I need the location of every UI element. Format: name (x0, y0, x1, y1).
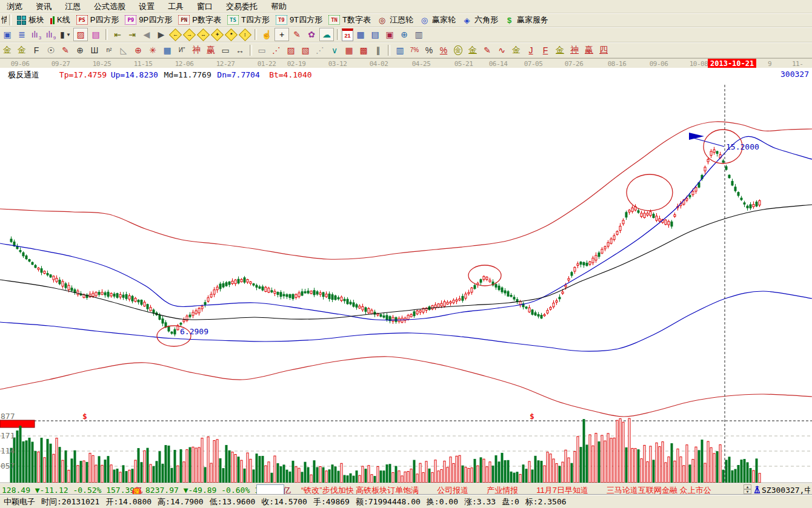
notes-icon[interactable]: ▤ (368, 28, 382, 41)
winner-service-button[interactable]: $赢家服务 (504, 15, 548, 25)
gann-gold-icon[interactable]: 金 (1, 44, 14, 56)
cloud-brain-icon[interactable]: ☁ (319, 28, 334, 41)
gold-circle-icon[interactable]: 金 (451, 44, 465, 56)
parallel-icon[interactable]: ∥ (371, 44, 385, 56)
histogram-icon[interactable]: ▤ (89, 28, 102, 41)
percent7-icon[interactable]: 7% (408, 44, 421, 56)
hand-tool-icon[interactable]: ☝ (260, 28, 273, 41)
ticker-item[interactable]: 产业情报 (487, 486, 518, 495)
diamond-star-icon[interactable]: * (225, 28, 238, 41)
gold-slash-icon[interactable]: 金 (553, 44, 567, 56)
spinner-down-icon[interactable]: ▼ (744, 489, 751, 494)
gann-wheel-button[interactable]: ◎江恩轮 (377, 15, 413, 25)
p-number-button[interactable]: PNP数字表 (178, 15, 221, 25)
workstation-icon[interactable]: ▥ (412, 28, 425, 41)
diamond-in-icon[interactable]: + (211, 28, 224, 41)
menu-item-8[interactable]: 交易委托 (219, 0, 264, 13)
menu-item-3[interactable]: 江恩 (58, 0, 87, 13)
calculator-icon[interactable]: ▦ (354, 28, 367, 41)
quote-list-icon[interactable]: ≣ (15, 28, 28, 41)
diamond-right-icon[interactable]: → (183, 28, 196, 41)
menu-item-6[interactable]: 工具 (161, 0, 190, 13)
spiral-icon[interactable]: ☉ (44, 44, 58, 56)
gann-gold2-icon[interactable]: 金 (15, 44, 28, 56)
prev-bar-icon[interactable]: ◀ (140, 28, 153, 41)
ticker-item[interactable]: 三马论道互联网金融 众上市公 (607, 486, 711, 495)
marker-icon[interactable]: ✎ (290, 28, 304, 41)
chart-window-icon[interactable]: ▣ (1, 28, 14, 41)
grid-box-icon[interactable]: ▦ (161, 44, 174, 56)
menu-item-9[interactable]: 帮助 (264, 0, 293, 13)
clipped-quote-button[interactable]: 情 (1, 15, 7, 25)
red-grid-icon[interactable]: ▦ (342, 44, 356, 56)
red-grid2-icon[interactable]: ▩ (357, 44, 370, 56)
t-number-button[interactable]: TNT数字表 (328, 15, 371, 25)
chart-area[interactable]: 15.20006.2909$$877171114057 极反通道 Tp=17.4… (0, 68, 812, 483)
fan-box-icon[interactable]: ▧ (299, 44, 312, 56)
gold-plain-icon[interactable]: 金 (510, 44, 523, 56)
crosshair-icon[interactable]: + (275, 28, 289, 41)
diamond-lr-icon[interactable]: ↔ (197, 28, 210, 41)
ticker-item[interactable]: 公司报道 (437, 486, 468, 495)
globe-export-icon[interactable]: ⊕ (398, 28, 411, 41)
flag-triangle-icon[interactable]: ◺ (117, 44, 130, 56)
flower-web-icon[interactable]: ✿ (305, 28, 318, 41)
hatch-box-icon[interactable]: ▨ (284, 44, 298, 56)
hexagon-button[interactable]: ◈六角形 (462, 15, 498, 25)
ying-line-icon[interactable]: 赢 (582, 44, 596, 56)
next-bar-icon[interactable]: ▶ (155, 28, 168, 41)
fib-grid-icon[interactable]: F (30, 44, 43, 56)
web-star-icon[interactable]: ✳ (146, 44, 159, 56)
fan-rays-icon[interactable]: ⋰ (270, 44, 283, 56)
zigzag-icon[interactable]: ∨ (328, 44, 341, 56)
first-page-icon[interactable]: ⇤ (111, 28, 124, 41)
wave-mark-icon[interactable]: И” (175, 44, 188, 56)
scale-bars-icon[interactable]: ▥ (393, 44, 407, 56)
gold-line-icon[interactable]: 金 (466, 44, 479, 56)
target-icon[interactable]: ⊕ (131, 44, 145, 56)
shen-grid-icon[interactable]: 神 (190, 44, 203, 56)
ticker-spinner[interactable]: ▲▼ (744, 484, 751, 494)
calendar-icon[interactable]: 21 (342, 28, 353, 41)
last-page-icon[interactable]: ⇥ (125, 28, 139, 41)
diamond-left-icon[interactable]: ← (169, 28, 182, 41)
bars3-icon[interactable]: ılı3 (30, 28, 43, 41)
menu-item-7[interactable]: 窗口 (190, 0, 219, 13)
comb-ruler-icon[interactable]: Ш (88, 44, 101, 56)
quick-input-box[interactable] (256, 484, 284, 495)
pen-flag-icon[interactable]: ✎ (481, 44, 494, 56)
menu-item-2[interactable]: 资讯 (29, 0, 58, 13)
percent-icon[interactable]: % (422, 44, 436, 56)
n2-icon[interactable]: n² (102, 44, 116, 56)
sector-button[interactable]: 板块 (17, 15, 44, 25)
menu-item-4[interactable]: 公式选股 (87, 0, 132, 13)
kline-button[interactable]: K线 (50, 15, 70, 25)
rect-tool-icon[interactable]: ▭ (255, 44, 268, 56)
save-icon[interactable]: ▣ (383, 28, 396, 41)
p-square-button[interactable]: PSP四方形 (76, 15, 119, 25)
ruler123-icon[interactable]: ▭ (219, 44, 232, 56)
winner-wheel-button[interactable]: ◎赢家轮 (419, 15, 456, 25)
menu-item-5[interactable]: 设置 (132, 0, 161, 13)
percent-line-icon[interactable]: % (437, 44, 450, 56)
kline-pattern-icon[interactable]: ▨ (73, 28, 88, 41)
bars9-icon[interactable]: ılı9 (44, 28, 58, 41)
spinner-up-icon[interactable]: ▲ (744, 484, 751, 489)
t-square-button[interactable]: TST四方形 (227, 15, 270, 25)
ticker-item[interactable]: 11月7日早知道 (536, 486, 588, 495)
ying-box-icon[interactable]: 赢 (204, 44, 218, 56)
t9-square-button[interactable]: T99T四方形 (276, 15, 322, 25)
p9-square-button[interactable]: P99P四方形 (125, 15, 172, 25)
wave-icon[interactable]: ∿ (495, 44, 508, 56)
shen-line-icon[interactable]: 神 (568, 44, 581, 56)
j-line-icon[interactable]: J (524, 44, 537, 56)
f-line-icon[interactable]: F (539, 44, 552, 56)
ticker-item[interactable]: “铁改”步伐加快 高铁板块订单饱满 (301, 486, 419, 495)
gray-fan-icon[interactable]: ⋰ (313, 44, 327, 56)
circle-cycle-icon[interactable]: ⊕ (73, 44, 87, 56)
diamond-out-icon[interactable]: ↕ (239, 28, 251, 41)
angle-pen-icon[interactable]: ✎ (59, 44, 72, 56)
menu-item-1[interactable]: 浏览 (0, 0, 29, 13)
si-line-icon[interactable]: 四 (597, 44, 610, 56)
width-arrow-icon[interactable]: ↔ (233, 44, 247, 56)
